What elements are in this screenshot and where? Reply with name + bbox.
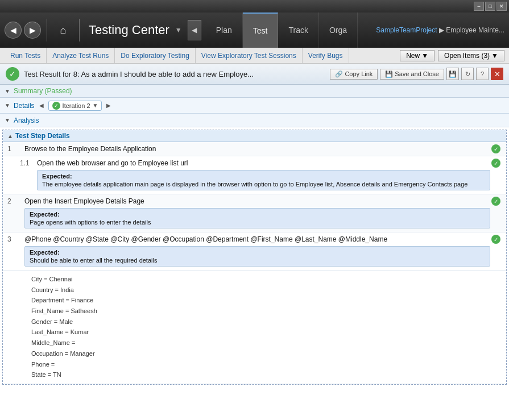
- toolbar-verify-bugs[interactable]: Verify Bugs: [303, 48, 349, 63]
- panel-body[interactable]: ▼ Summary (Passed) ▼ Details ◀ ✓ Iterati…: [0, 85, 509, 420]
- tab-plan[interactable]: Plan: [206, 13, 243, 48]
- table-row: 1 Browse to the Employee Details Applica…: [3, 142, 506, 156]
- step-status-icon: ✓: [491, 144, 500, 153]
- breadcrumb-sep: ▶: [439, 26, 446, 34]
- save-close-button[interactable]: 💾 Save and Close: [380, 69, 444, 80]
- step-text: @Phone @Country @State @City @Gender @Oc…: [24, 235, 490, 244]
- iteration-badge: ✓ Iteration 2 ▼: [48, 101, 102, 111]
- app-title: Testing Center: [89, 23, 169, 38]
- panel-title: Test Result for 8: As a admin I should b…: [24, 70, 325, 78]
- panel-close-button[interactable]: ✕: [491, 68, 503, 80]
- nav-separator-2: [79, 19, 80, 41]
- step-text: Browse to the Employee Details Applicati…: [24, 144, 490, 153]
- step-status: ✓: [490, 144, 502, 153]
- var-department: Department = Finance: [31, 295, 502, 306]
- step-text: Open the web browser and go to Employee …: [37, 159, 490, 168]
- expected-text: Should be able to enter all the required…: [30, 257, 485, 264]
- toolbar-run-tests[interactable]: Run Tests: [5, 48, 47, 63]
- new-button[interactable]: New ▼: [400, 50, 434, 61]
- toolbar-right: New ▼ Open Items (3) ▼: [400, 50, 504, 61]
- summary-section-header[interactable]: ▼ Summary (Passed): [0, 85, 509, 98]
- toolbar-view-sessions[interactable]: View Exploratory Test Sessions: [196, 48, 303, 63]
- title-bar: – □ ✕: [0, 0, 509, 13]
- tab-orga[interactable]: Orga: [319, 13, 358, 48]
- analysis-title: Analysis: [14, 117, 39, 124]
- iter-next-icon[interactable]: ▶: [105, 102, 112, 109]
- step-status-icon: ✓: [491, 159, 500, 168]
- step-number: 2: [7, 197, 24, 205]
- tab-test[interactable]: Test: [243, 13, 279, 48]
- refresh-icon-button[interactable]: ↻: [461, 68, 474, 80]
- nav-right: SampleTeamProject ▶ Employee Mainte...: [376, 26, 504, 34]
- expected-label: Expected:: [42, 173, 485, 180]
- panel-actions: 🔗 Copy Link 💾 Save and Close 💾 ↻ ? ✕: [330, 68, 503, 80]
- expected-box: Expected: Page opens with options to ent…: [24, 208, 490, 228]
- iter-prev-icon[interactable]: ◀: [38, 102, 45, 109]
- home-button[interactable]: ⌂: [53, 20, 73, 40]
- expected-box: Expected: Should be able to enter all th…: [24, 246, 490, 267]
- test-steps-section: ▲ Test Step Details 1 Browse to the Empl…: [2, 130, 507, 385]
- help-icon-button[interactable]: ?: [476, 68, 489, 80]
- tab-track[interactable]: Track: [278, 13, 318, 48]
- save-icon-button[interactable]: 💾: [446, 68, 459, 80]
- expected-text: Page opens with options to enter the det…: [30, 219, 485, 226]
- close-window-button[interactable]: ✕: [496, 2, 507, 11]
- step-status: ✓: [490, 159, 502, 168]
- table-row: 2 Open the Insert Employee Details Page …: [3, 194, 506, 232]
- var-country: Country = India: [31, 285, 502, 296]
- var-gender: Gender = Male: [31, 317, 502, 327]
- result-status-icon: ✓: [6, 67, 19, 81]
- var-lastname: Last_Name = Kumar: [31, 327, 502, 338]
- details-row: ▼ Details ◀ ✓ Iteration 2 ▼ ▶: [0, 98, 509, 114]
- toolbar: Run Tests Analyze Test Runs Do Explorato…: [0, 48, 509, 64]
- nav-collapse-button[interactable]: ◀: [188, 20, 201, 40]
- var-city: City = Chennai: [31, 274, 502, 285]
- iteration-status-icon: ✓: [52, 102, 60, 110]
- panel-header: ✓ Test Result for 8: As a admin I should…: [0, 64, 509, 85]
- var-state: State = TN: [31, 369, 502, 380]
- toolbar-analyze[interactable]: Analyze Test Runs: [47, 48, 115, 63]
- step-number: 1: [7, 144, 24, 153]
- back-button[interactable]: ◀: [5, 22, 22, 39]
- expected-label: Expected:: [30, 211, 485, 218]
- step-number: 1.1: [20, 159, 37, 167]
- test-steps-collapse-icon: ▲: [7, 133, 13, 139]
- expected-box: Expected: The employee details applicati…: [37, 170, 490, 190]
- nav-separator: [47, 19, 47, 41]
- var-occupation: Occupation = Manager: [31, 348, 502, 359]
- breadcrumb-page: Employee Mainte...: [446, 26, 504, 34]
- forward-button[interactable]: ▶: [24, 22, 41, 39]
- content-wrapper: ▼ Summary (Passed) ▼ Details ◀ ✓ Iterati…: [0, 85, 509, 420]
- breadcrumb: SampleTeamProject ▶ Employee Mainte...: [376, 26, 504, 34]
- toolbar-exploratory[interactable]: Do Exploratory Testing: [115, 48, 196, 63]
- step-text: Open the Insert Employee Details Page: [24, 197, 490, 206]
- details-collapse-icon: ▼: [5, 102, 10, 109]
- step-status: ✓: [490, 235, 502, 244]
- table-row: 3 @Phone @Country @State @City @Gender @…: [3, 232, 506, 271]
- expected-label: Expected:: [30, 249, 485, 256]
- app-title-dropdown[interactable]: ▼: [175, 26, 182, 34]
- maximize-button[interactable]: □: [485, 2, 495, 11]
- step-content: Browse to the Employee Details Applicati…: [24, 144, 490, 153]
- nav-tabs: Plan Test Track Orga: [206, 13, 358, 48]
- main-area: ✓ Test Result for 8: As a admin I should…: [0, 64, 509, 420]
- step-status: ✓: [490, 197, 502, 206]
- open-items-button[interactable]: Open Items (3) ▼: [438, 50, 504, 61]
- breadcrumb-project[interactable]: SampleTeamProject: [376, 26, 437, 34]
- analysis-collapse-icon: ▼: [5, 117, 10, 123]
- test-steps-title: Test Step Details: [15, 132, 70, 140]
- var-phone: Phone =: [31, 359, 502, 370]
- summary-collapse-icon: ▼: [5, 88, 10, 94]
- copy-link-button[interactable]: 🔗 Copy Link: [330, 69, 378, 80]
- table-row: 1.1 Open the web browser and go to Emplo…: [3, 156, 506, 194]
- iteration-label: Iteration 2: [63, 102, 90, 109]
- analysis-row[interactable]: ▼ Analysis: [0, 114, 509, 127]
- iteration-dropdown-icon[interactable]: ▼: [93, 102, 98, 109]
- nav-bar: ◀ ▶ ⌂ Testing Center ▼ ◀ Plan Test Track…: [0, 13, 509, 48]
- expected-text: The employee details application main pa…: [42, 181, 485, 188]
- test-steps-header[interactable]: ▲ Test Step Details: [3, 130, 506, 142]
- step-status-icon: ✓: [491, 235, 500, 244]
- minimize-button[interactable]: –: [474, 2, 484, 11]
- copy-link-icon: 🔗: [335, 70, 343, 78]
- step-content: @Phone @Country @State @City @Gender @Oc…: [24, 235, 490, 268]
